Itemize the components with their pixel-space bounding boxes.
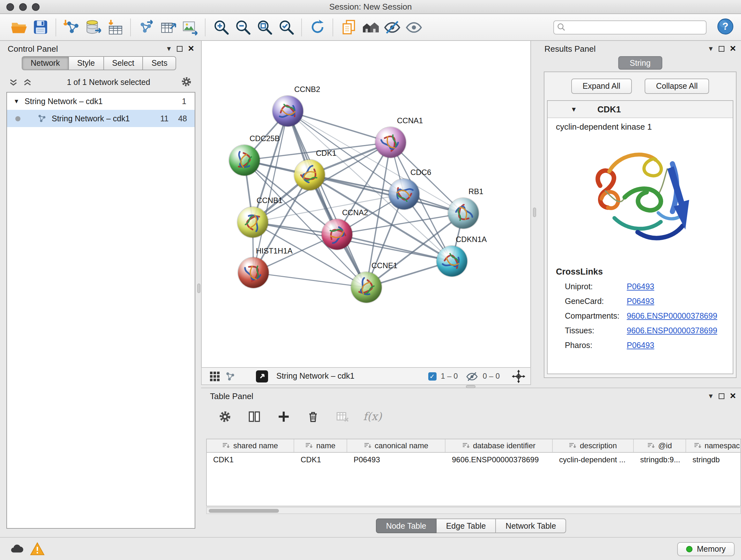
tree-expand-icon[interactable]: ▾ bbox=[15, 97, 18, 105]
delete-column-button[interactable] bbox=[305, 408, 321, 425]
network-node-cdk1[interactable] bbox=[294, 160, 325, 190]
crosslink-link[interactable]: 9606.ENSP00000378699 bbox=[627, 326, 718, 335]
panel-float-icon[interactable] bbox=[718, 393, 724, 399]
network-view[interactable]: CCNB2CCNA1CDC25BCDK1CDC6RB1CCNB1CCNA2CDK… bbox=[201, 41, 531, 367]
import-table-file-button[interactable] bbox=[104, 16, 126, 39]
crosslink-link[interactable]: P06493 bbox=[627, 282, 654, 291]
column-header[interactable]: description bbox=[553, 439, 634, 452]
splitter-grip[interactable] bbox=[466, 385, 475, 388]
zoom-fit-button[interactable] bbox=[253, 16, 275, 39]
horizontal-scrollbar[interactable] bbox=[206, 507, 741, 514]
network-node-ccnb2[interactable] bbox=[273, 96, 303, 126]
copy-view-button[interactable] bbox=[338, 16, 359, 39]
network-node-ccna1[interactable] bbox=[375, 127, 406, 158]
panel-menu-icon[interactable]: ▾ bbox=[709, 392, 713, 400]
network-node-ccnb1[interactable] bbox=[238, 207, 268, 238]
export-image-button[interactable] bbox=[179, 16, 200, 39]
new-network-from-selection-button[interactable] bbox=[135, 16, 157, 39]
section-collapse-icon[interactable]: ▾ bbox=[572, 105, 576, 114]
crosslink-link[interactable]: P06493 bbox=[627, 341, 654, 350]
warnings-button[interactable] bbox=[27, 540, 47, 558]
zoom-in-button[interactable] bbox=[210, 16, 232, 39]
panel-menu-icon[interactable]: ▾ bbox=[167, 45, 171, 52]
network-node-label: CDC6 bbox=[410, 168, 431, 177]
gene-section-header[interactable]: ▾ CDK1 bbox=[548, 101, 733, 118]
column-header[interactable]: database identifier bbox=[446, 439, 553, 452]
network-node-ccne1[interactable] bbox=[351, 272, 382, 303]
save-session-button[interactable] bbox=[29, 16, 51, 39]
gene-symbol: CDK1 bbox=[597, 105, 621, 114]
tab-node-table[interactable]: Node Table bbox=[376, 518, 436, 533]
help-button[interactable]: ? bbox=[716, 17, 735, 37]
export-table-button[interactable] bbox=[157, 16, 179, 39]
panel-close-icon[interactable]: × bbox=[730, 391, 736, 401]
tab-string[interactable]: String bbox=[618, 56, 662, 70]
selected-checkbox[interactable]: ✓ bbox=[428, 372, 436, 380]
column-header[interactable]: namespac bbox=[686, 439, 741, 452]
import-network-database-button[interactable] bbox=[82, 16, 104, 39]
network-node-rb1[interactable] bbox=[448, 198, 479, 229]
column-header[interactable]: canonical name bbox=[347, 439, 446, 452]
tab-edge-table[interactable]: Edge Table bbox=[436, 518, 496, 533]
protein-structure-image bbox=[575, 135, 705, 258]
panel-float-icon[interactable] bbox=[177, 46, 182, 51]
expand-all-icon[interactable] bbox=[23, 78, 32, 87]
help-icon: ? bbox=[717, 17, 734, 35]
zoom-selected-button[interactable] bbox=[275, 16, 297, 39]
create-column-button[interactable] bbox=[275, 408, 292, 425]
network-node-label: CCNA1 bbox=[397, 116, 423, 125]
panel-close-icon[interactable]: × bbox=[188, 44, 194, 54]
cloud-status-button[interactable] bbox=[6, 540, 27, 558]
network-options-button[interactable] bbox=[180, 76, 193, 89]
network-node-cdc6[interactable] bbox=[389, 179, 419, 209]
table-row[interactable]: CDK1 CDK1 P06493 9606.ENSP00000378699 cy… bbox=[207, 453, 740, 466]
pan-crosshair-icon[interactable] bbox=[512, 369, 525, 383]
search-box[interactable] bbox=[553, 20, 706, 34]
function-builder-button[interactable]: f(x) bbox=[363, 410, 382, 423]
results-panel-header: Results Panel ▾ × bbox=[539, 41, 741, 56]
table-options-button[interactable] bbox=[216, 408, 233, 425]
crosslink-link[interactable]: P06493 bbox=[627, 297, 654, 306]
splitter-grip[interactable] bbox=[197, 284, 200, 293]
network-node-hist1h1a[interactable] bbox=[238, 257, 269, 288]
network-view-button[interactable] bbox=[222, 368, 238, 384]
panel-float-icon[interactable] bbox=[718, 46, 724, 51]
grid-view-button[interactable] bbox=[207, 368, 222, 384]
panel-close-icon[interactable]: × bbox=[730, 44, 736, 54]
show-columns-button[interactable] bbox=[246, 408, 262, 425]
home-networks-button[interactable] bbox=[359, 16, 381, 39]
network-selection-row: 1 of 1 Network selected bbox=[3, 74, 199, 91]
tab-network[interactable]: Network bbox=[22, 56, 69, 70]
expand-all-button[interactable]: Expand All bbox=[571, 78, 632, 94]
collapse-all-icon[interactable] bbox=[9, 78, 18, 87]
zoom-out-button[interactable] bbox=[232, 16, 253, 39]
clear-table-button[interactable] bbox=[334, 408, 350, 425]
network-canvas[interactable]: CCNB2CCNA1CDC25BCDK1CDC6RB1CCNB1CCNA2CDK… bbox=[202, 41, 530, 367]
network-node-ccna2[interactable] bbox=[322, 219, 352, 250]
network-collection-row[interactable]: ▾ String Network – cdk1 1 bbox=[7, 92, 195, 110]
tab-network-table[interactable]: Network Table bbox=[496, 518, 566, 533]
tab-sets[interactable]: Sets bbox=[143, 56, 177, 70]
open-session-button[interactable] bbox=[8, 16, 29, 39]
column-header[interactable]: name bbox=[294, 439, 347, 452]
column-header[interactable]: shared name bbox=[207, 439, 294, 452]
collapse-all-button[interactable]: Collapse All bbox=[645, 78, 710, 94]
search-input[interactable] bbox=[566, 21, 706, 33]
memory-button[interactable]: Memory bbox=[677, 542, 735, 556]
toolbar-separator bbox=[333, 18, 333, 36]
network-node-cdc25b[interactable] bbox=[229, 145, 260, 176]
scrollbar-thumb[interactable] bbox=[209, 509, 279, 513]
detach-view-icon[interactable] bbox=[255, 369, 269, 383]
show-all-button[interactable] bbox=[403, 16, 424, 39]
network-node-cdkn1a[interactable] bbox=[436, 246, 467, 276]
column-header[interactable]: @id bbox=[634, 439, 686, 452]
splitter-grip[interactable] bbox=[533, 207, 536, 217]
network-row[interactable]: String Network – cdk1 11 48 bbox=[7, 110, 195, 127]
crosslink-link[interactable]: 9606.ENSP00000378699 bbox=[627, 311, 718, 320]
import-network-file-button[interactable] bbox=[61, 16, 82, 39]
tab-select[interactable]: Select bbox=[104, 56, 143, 70]
panel-menu-icon[interactable]: ▾ bbox=[709, 45, 713, 52]
apply-layout-button[interactable] bbox=[307, 16, 328, 39]
hide-selected-button[interactable] bbox=[381, 16, 403, 39]
tab-style[interactable]: Style bbox=[69, 56, 104, 70]
